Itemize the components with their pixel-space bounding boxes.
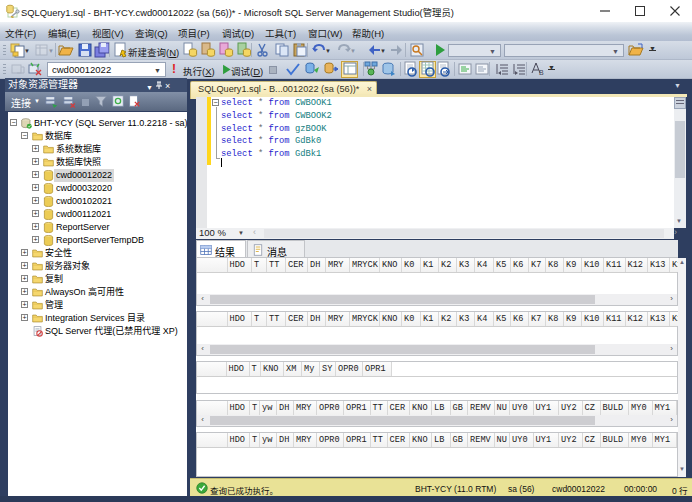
svg-text:B: B	[539, 69, 544, 76]
